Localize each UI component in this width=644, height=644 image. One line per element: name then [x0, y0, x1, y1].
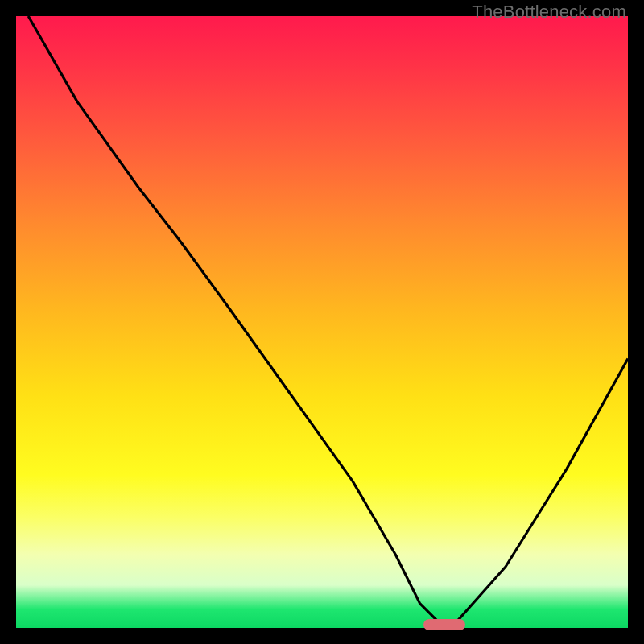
curve-path	[28, 16, 628, 621]
outer-frame: TheBottleneck.com	[0, 0, 644, 644]
watermark-label: TheBottleneck.com	[472, 2, 626, 23]
bottleneck-curve	[16, 16, 628, 628]
min-marker	[423, 619, 465, 630]
